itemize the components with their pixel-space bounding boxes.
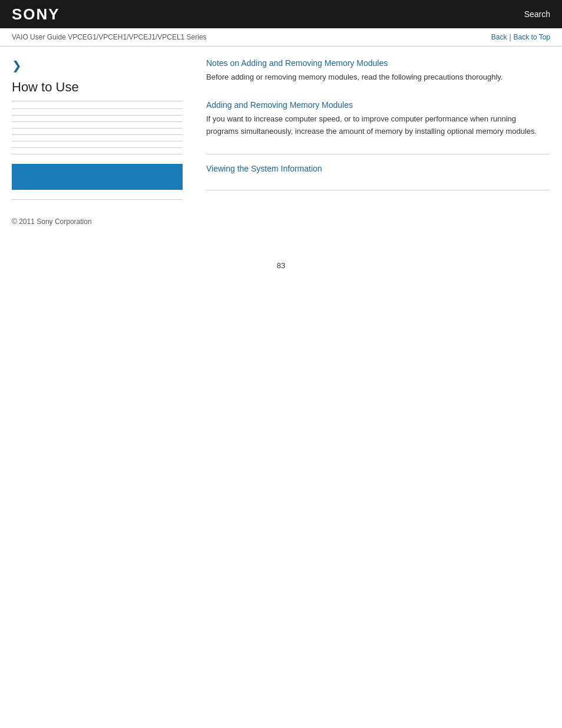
sidebar-divider-9 [12,199,183,200]
sidebar-divider-4 [12,128,183,129]
content-divider-2 [206,190,550,190]
content-area: Notes on Adding and Removing Memory Modu… [194,58,550,206]
main-layout: ❯ How to Use Notes on Adding and Removin… [0,47,562,218]
breadcrumb-links: Back | Back to Top [491,33,550,41]
sidebar-divider-2 [12,115,183,116]
adding-memory-link[interactable]: Adding and Removing Memory Modules [206,100,550,110]
separator: | [509,33,511,41]
copyright-text: © 2011 Sony Corporation [12,218,92,226]
sidebar-divider-8 [12,154,183,154]
sidebar-divider-6 [12,141,183,141]
section-system-info: Viewing the System Information [206,164,550,173]
adding-memory-desc: If you want to increase computer speed, … [206,113,550,138]
breadcrumb-bar: VAIO User Guide VPCEG1/VPCEH1/VPCEJ1/VPC… [0,28,562,47]
section-notes-memory: Notes on Adding and Removing Memory Modu… [206,58,550,84]
search-button[interactable]: Search [524,9,550,19]
sidebar-divider-1 [12,108,183,109]
system-info-link[interactable]: Viewing the System Information [206,164,550,173]
notes-memory-link[interactable]: Notes on Adding and Removing Memory Modu… [206,58,550,68]
sony-logo: SONY [12,5,60,24]
sidebar-title: How to Use [12,80,183,101]
section-adding-memory: Adding and Removing Memory Modules If yo… [206,100,550,138]
notes-memory-desc: Before adding or removing memory modules… [206,71,550,84]
sidebar-divider-5 [12,134,183,135]
sidebar-divider-3 [12,121,183,122]
guide-title: VAIO User Guide VPCEG1/VPCEH1/VPCEJ1/VPC… [12,33,207,41]
sidebar: ❯ How to Use [12,58,194,206]
page-number: 83 [0,261,562,282]
sidebar-divider-7 [12,147,183,148]
copyright: © 2011 Sony Corporation [0,218,562,238]
content-divider [206,154,550,154]
sidebar-blue-block[interactable] [12,164,183,190]
header: SONY Search [0,0,562,28]
back-to-top-link[interactable]: Back to Top [514,33,550,41]
sidebar-arrow-icon[interactable]: ❯ [12,58,183,73]
back-link[interactable]: Back [491,33,507,41]
